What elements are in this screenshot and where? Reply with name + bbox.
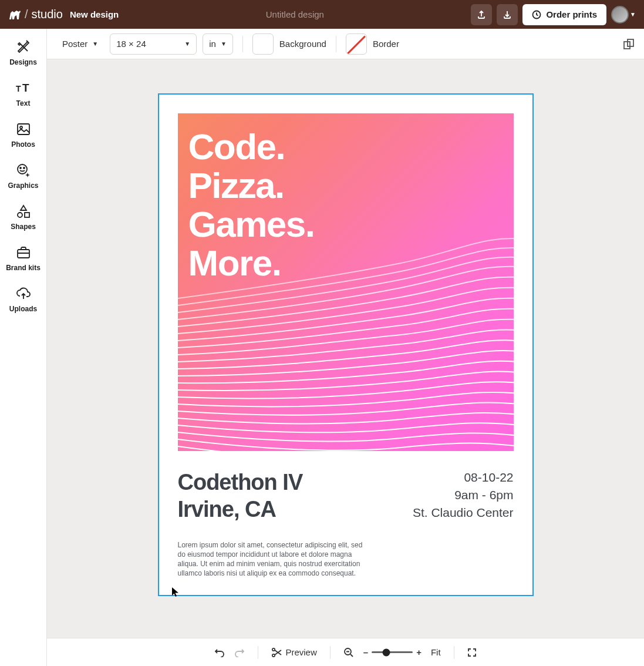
zoom-fit-button[interactable]: Fit bbox=[431, 647, 441, 657]
share-button[interactable] bbox=[471, 4, 492, 25]
sidebar-item-label: Designs bbox=[9, 58, 37, 66]
svg-rect-11 bbox=[624, 42, 630, 49]
app-logo[interactable]: / studio bbox=[8, 8, 63, 21]
svg-text:T: T bbox=[22, 82, 29, 94]
account-menu[interactable]: ▼ bbox=[611, 6, 636, 23]
options-toolbar: Poster▼ 18 × 24▼ in▼ Background Border bbox=[47, 29, 644, 59]
shapes-icon bbox=[16, 204, 31, 219]
sidebar-item-brandkits[interactable]: Brand kits bbox=[0, 243, 46, 274]
redo-icon bbox=[234, 648, 245, 657]
bring-front-icon bbox=[623, 38, 635, 50]
document-title[interactable]: Untitled design bbox=[126, 9, 464, 19]
background-label: Background bbox=[279, 39, 326, 49]
user-avatar bbox=[611, 6, 629, 23]
cloud-upload-icon bbox=[16, 286, 31, 301]
zoom-out-button[interactable] bbox=[343, 647, 354, 658]
dimensions-select[interactable]: 18 × 24▼ bbox=[110, 33, 197, 55]
svg-point-13 bbox=[272, 648, 275, 650]
fullscreen-button[interactable] bbox=[467, 648, 477, 657]
sidebar-item-label: Text bbox=[16, 99, 31, 107]
sidebar-item-graphics[interactable]: Graphics bbox=[0, 160, 46, 192]
chevron-down-icon: ▼ bbox=[630, 11, 636, 18]
sidebar-item-label: Brand kits bbox=[6, 264, 41, 272]
svg-rect-9 bbox=[25, 213, 29, 217]
border-color-swatch[interactable] bbox=[346, 33, 367, 55]
text-icon: TT bbox=[16, 80, 31, 96]
svg-point-7 bbox=[23, 167, 25, 169]
svg-text:T: T bbox=[16, 84, 21, 93]
undo-button[interactable] bbox=[214, 648, 225, 657]
download-button[interactable] bbox=[497, 4, 518, 25]
border-label: Border bbox=[373, 39, 399, 49]
canvas-footer: Preview – + Fit bbox=[47, 638, 644, 666]
design-type-select[interactable]: Poster▼ bbox=[56, 33, 104, 55]
zoom-out-icon bbox=[343, 647, 354, 658]
sidebar-item-text[interactable]: TT Text bbox=[0, 78, 46, 110]
sidebar-item-label: Graphics bbox=[8, 181, 38, 190]
sidebar-item-photos[interactable]: Photos bbox=[0, 119, 46, 151]
sidebar: Designs TT Text Photos Graphics Shapes B… bbox=[0, 29, 47, 666]
background-color-swatch[interactable] bbox=[252, 33, 274, 55]
svg-point-5 bbox=[18, 164, 27, 174]
sidebar-item-label: Shapes bbox=[11, 223, 36, 231]
horse-icon bbox=[8, 9, 21, 20]
brand-text: studio bbox=[32, 8, 63, 21]
sidebar-item-label: Photos bbox=[11, 140, 35, 149]
layers-button[interactable] bbox=[623, 38, 635, 50]
sidebar-item-label: Uploads bbox=[9, 305, 37, 313]
briefcase-icon bbox=[16, 245, 31, 260]
undo-icon bbox=[214, 648, 225, 657]
chevron-down-icon: ▼ bbox=[184, 41, 190, 47]
poster-body-text[interactable]: Lorem ipsum dolor sit amet, consectetur … bbox=[178, 540, 366, 578]
svg-point-4 bbox=[20, 126, 22, 129]
sidebar-item-uploads[interactable]: Uploads bbox=[0, 284, 46, 315]
order-prints-button[interactable]: Order prints bbox=[522, 4, 606, 25]
unit-select[interactable]: in▼ bbox=[203, 33, 233, 55]
new-design-button[interactable]: New design bbox=[70, 9, 119, 19]
svg-rect-3 bbox=[18, 124, 29, 134]
event-title-block[interactable]: Codethon IV Irvine, CA bbox=[178, 469, 303, 523]
app-header: / studio New design Untitled design Orde… bbox=[0, 0, 644, 29]
download-icon bbox=[503, 10, 512, 19]
design-artboard[interactable]: Code. Pizza. Games. More. bbox=[158, 93, 534, 596]
emoji-spark-icon bbox=[16, 163, 31, 178]
preview-button[interactable]: Preview bbox=[271, 647, 316, 658]
poster-info[interactable]: Codethon IV Irvine, CA 08-10-22 9am - 6p… bbox=[178, 469, 514, 523]
zoom-slider[interactable]: – + bbox=[363, 647, 422, 657]
poster-hero[interactable]: Code. Pizza. Games. More. bbox=[178, 113, 514, 451]
svg-point-8 bbox=[18, 213, 22, 217]
scissors-icon bbox=[271, 647, 282, 658]
svg-point-14 bbox=[272, 654, 275, 656]
canvas-area[interactable]: Code. Pizza. Games. More. bbox=[47, 59, 644, 638]
event-details-block[interactable]: 08-10-22 9am - 6pm St. Claudio Center bbox=[413, 469, 514, 523]
image-icon bbox=[16, 122, 31, 137]
ruler-pencil-icon bbox=[16, 39, 31, 55]
svg-point-6 bbox=[20, 167, 21, 169]
svg-rect-12 bbox=[628, 39, 633, 46]
sidebar-item-shapes[interactable]: Shapes bbox=[0, 201, 46, 233]
clock-icon bbox=[532, 10, 541, 19]
svg-rect-10 bbox=[18, 250, 29, 258]
cursor-icon bbox=[171, 587, 180, 597]
hero-headline[interactable]: Code. Pizza. Games. More. bbox=[178, 113, 514, 282]
expand-icon bbox=[467, 648, 477, 657]
redo-button[interactable] bbox=[234, 648, 245, 657]
chevron-down-icon: ▼ bbox=[92, 41, 98, 47]
chevron-down-icon: ▼ bbox=[221, 41, 227, 47]
sidebar-item-designs[interactable]: Designs bbox=[0, 37, 46, 69]
upload-icon bbox=[477, 10, 486, 19]
